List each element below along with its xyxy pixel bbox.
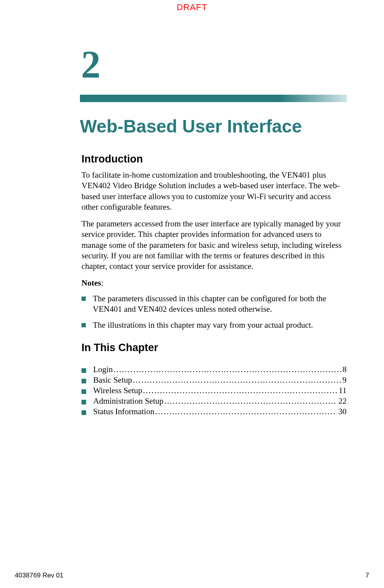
toc-page: 30 <box>337 407 347 417</box>
toc-leader-dots: ........................................… <box>113 365 341 374</box>
in-this-chapter-heading: In This Chapter <box>81 342 355 354</box>
chapter-number: 2 <box>81 45 355 84</box>
introduction-heading: Introduction <box>81 153 355 165</box>
chapter-divider <box>80 95 347 102</box>
toc-label: Basic Setup <box>93 375 132 385</box>
intro-paragraph-1: To facilitate in-home customization and … <box>81 170 347 212</box>
square-bullet-icon <box>81 410 86 415</box>
toc-label: Login <box>93 365 113 374</box>
footer-page-number: 7 <box>366 572 369 579</box>
toc-label: Wireless Setup <box>93 386 142 396</box>
footer-docid: 4038769 Rev 01 <box>15 572 64 579</box>
toc-item-status-information: Status Information .....................… <box>81 407 347 417</box>
notes-label: Notes: <box>81 278 355 288</box>
note-text: The parameters discussed in this chapter… <box>93 293 347 315</box>
square-bullet-icon <box>81 379 86 383</box>
square-bullet-icon <box>81 297 86 301</box>
toc-page: 8 <box>341 365 347 374</box>
page-footer: 4038769 Rev 01 7 <box>15 572 369 579</box>
toc-label: Status Information <box>93 407 154 417</box>
intro-paragraph-2: The parameters accessed from the user in… <box>81 219 347 272</box>
toc-page: 11 <box>337 386 347 396</box>
square-bullet-icon <box>81 323 86 327</box>
chapter-title: Web-Based User Interface <box>80 116 355 137</box>
square-bullet-icon <box>81 368 86 373</box>
page-content: 2 Web-Based User Interface Introduction … <box>80 45 355 417</box>
toc-item-basic-setup: Basic Setup ............................… <box>81 375 347 385</box>
toc-leader-dots: ........................................… <box>154 407 337 417</box>
toc-leader-dots: ........................................… <box>142 386 337 396</box>
toc-page: 22 <box>337 396 347 406</box>
draft-watermark: DRAFT <box>177 2 207 12</box>
toc-item-login: Login ..................................… <box>81 365 347 374</box>
square-bullet-icon <box>81 400 86 404</box>
note-item: The illustrations in this chapter may va… <box>81 320 347 330</box>
toc-leader-dots: ........................................… <box>163 396 337 406</box>
toc-page: 9 <box>341 375 347 385</box>
note-text: The illustrations in this chapter may va… <box>93 320 347 330</box>
toc-leader-dots: ........................................… <box>132 375 341 385</box>
toc-label: Administration Setup <box>93 396 163 406</box>
notes-list: The parameters discussed in this chapter… <box>81 293 355 331</box>
toc-item-administration-setup: Administration Setup ...................… <box>81 396 347 406</box>
note-item: The parameters discussed in this chapter… <box>81 293 347 315</box>
toc-item-wireless-setup: Wireless Setup .........................… <box>81 386 347 396</box>
square-bullet-icon <box>81 389 86 394</box>
toc-list: Login ..................................… <box>81 365 355 417</box>
